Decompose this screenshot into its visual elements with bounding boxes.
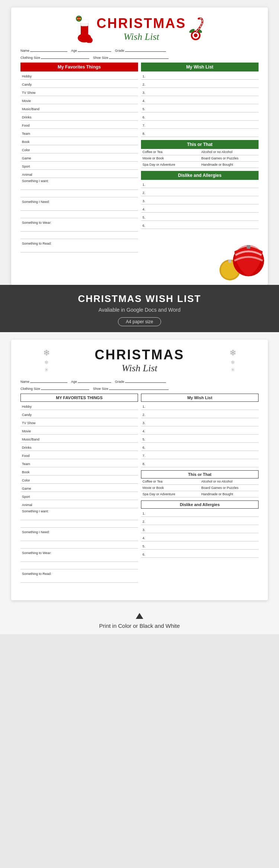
bw-tot-item: Movie or Book: [141, 485, 200, 491]
bw-shoe-field: Shoe Size: [93, 385, 169, 391]
bw-list-item: Music/Band: [20, 435, 138, 443]
main-title-color: CHRISTMAS: [97, 16, 186, 31]
wish-item: 6.: [141, 112, 259, 121]
header-bw: ❄ ❄ ✳ CHRISTMAS Wish List ❄ ❄ ✳: [20, 347, 259, 374]
wish-item: 2.: [141, 80, 259, 88]
list-item: Movie: [20, 96, 138, 104]
age-field: Age: [71, 47, 111, 53]
grade-label: Grade: [115, 49, 124, 53]
bw-this-or-that-header: This or That: [141, 470, 259, 478]
list-item: Animal: [20, 170, 138, 178]
list-item: Hobby: [20, 71, 138, 80]
bw-tot-item: Coffee or Tea: [141, 478, 200, 485]
list-item: [20, 247, 138, 252]
bw-wish-item: 4.: [141, 426, 259, 435]
bw-dislike-item: 5.: [141, 541, 259, 550]
main-two-col: My Favorites Things Hobby Candy TV Show …: [20, 63, 259, 277]
bw-something-want-label: Something I want:: [20, 508, 138, 514]
list-item: Candy: [20, 80, 138, 88]
bw-tot-item: Spa Day or Adventure: [141, 491, 200, 497]
bw-list-item: TV Show: [20, 418, 138, 426]
bw-header-text: CHRISTMAS Wish List: [95, 347, 185, 374]
name-label: Name: [20, 49, 29, 53]
item-label: Music/Band: [22, 107, 44, 111]
dislike-item: 1.: [141, 180, 259, 188]
bw-col-right: My Wish List 1. 2. 3. 4. 5. 6. 7. 8. Thi…: [141, 394, 259, 583]
bw-deco-left: ❄ ❄ ✳: [43, 348, 50, 373]
shoe-field: Shoe Size: [93, 54, 169, 60]
color-card: CHRISTMAS Wish List: [11, 7, 268, 285]
list-item: Drinks: [20, 112, 138, 121]
bw-main-subtitle: Wish List: [95, 363, 185, 374]
bw-wish-item: 5.: [141, 435, 259, 443]
bw-dislike-item: 3.: [141, 525, 259, 533]
bw-wish-item: 3.: [141, 418, 259, 426]
svg-rect-18: [247, 245, 250, 249]
item-label: Hobby: [22, 74, 44, 78]
list-item: [20, 233, 138, 239]
list-item: [20, 212, 138, 218]
bw-list-item: Book: [20, 467, 138, 476]
bw-two-col: MY FAVORITES THINGS Hobby Candy TV Show …: [20, 394, 259, 583]
list-item: Music/Band: [20, 104, 138, 112]
bw-wish-item: 7.: [141, 451, 259, 459]
snowflake-small-right-icon: ❄: [231, 359, 235, 365]
bw-form-row-1: Name Age Grade: [20, 378, 259, 384]
bw-wish-item: 6.: [141, 443, 259, 451]
snowflake-large-right-icon: ❄: [230, 348, 236, 358]
bw-wish-item: 2.: [141, 410, 259, 418]
form-row-2: Clothing Size Shoe Size: [20, 54, 259, 60]
wish-item: 4.: [141, 96, 259, 104]
list-item: [20, 184, 138, 190]
item-label: TV Show: [22, 91, 44, 95]
list-item: [20, 205, 138, 211]
dislike-item: 3.: [141, 196, 259, 204]
bw-form-row-2: Clothing Size Shoe Size: [20, 385, 259, 391]
svg-rect-7: [77, 17, 80, 18]
dislike-header-color: Dislike and Allergies: [141, 171, 259, 180]
bw-grade-field: Grade: [115, 378, 166, 384]
tot-item: Handmade or Bought: [200, 162, 259, 168]
bw-wishlist-header: My Wish List: [141, 394, 259, 402]
promo-title: CHRISTMAS WISH LIST: [7, 293, 272, 305]
list-item: Book: [20, 137, 138, 145]
bw-dislike-item: 4.: [141, 533, 259, 541]
bw-age-label: Age: [71, 380, 77, 384]
something-read-label: Something to Read:: [20, 241, 138, 247]
promo-badge: A4 paper size: [118, 317, 161, 326]
bw-list-item: [20, 522, 138, 528]
bw-something-read-label: Something to Read:: [20, 571, 138, 577]
svg-point-11: [194, 34, 198, 37]
bw-clothing-label: Clothing Size: [20, 387, 40, 391]
svg-rect-8: [77, 19, 80, 20]
list-item: Food: [20, 121, 138, 129]
bw-list-item: [20, 535, 138, 541]
wish-item: 3.: [141, 88, 259, 96]
section-bw: ❄ ❄ ✳ CHRISTMAS Wish List ❄ ❄ ✳ Name Age: [0, 332, 279, 608]
dislike-item: 6.: [141, 221, 259, 229]
bw-list-item: Sport: [20, 492, 138, 500]
section-color: CHRISTMAS Wish List: [0, 0, 279, 285]
form-row-1: Name Age Grade: [20, 47, 259, 53]
bw-list-item: Team: [20, 459, 138, 467]
something-need-label: Something I Need:: [20, 199, 138, 205]
this-or-that-grid: Coffee or Tea Alcohol or no Alcohol Movi…: [141, 149, 259, 168]
snowflake-small-icon: ❄: [44, 359, 49, 365]
favorites-header-color: My Favorites Things: [20, 63, 138, 71]
bw-clothing-field: Clothing Size: [20, 385, 89, 391]
tot-item: Spa Day or Adventure: [141, 162, 200, 168]
something-wear-label: Something to Wear:: [20, 220, 138, 226]
bw-list-item: Color: [20, 476, 138, 484]
list-item: Sport: [20, 162, 138, 170]
dislike-item: 2.: [141, 188, 259, 196]
this-or-that-header: This or That: [141, 140, 259, 149]
bw-list-item: Hobby: [20, 402, 138, 410]
wishlist-header-color: My Wish List: [141, 63, 259, 71]
list-item: TV Show: [20, 88, 138, 96]
bw-dislike-header: Dislike and Allergies: [141, 500, 259, 509]
bw-list-item: Candy: [20, 410, 138, 418]
bw-wish-item: 1.: [141, 402, 259, 410]
footer: Print in Color or Black and White: [0, 608, 279, 634]
bw-name-field: Name: [20, 378, 67, 384]
col-right: My Wish List 1. 2. 3. 4. 5. 6. 7. 8. Thi…: [141, 63, 259, 277]
